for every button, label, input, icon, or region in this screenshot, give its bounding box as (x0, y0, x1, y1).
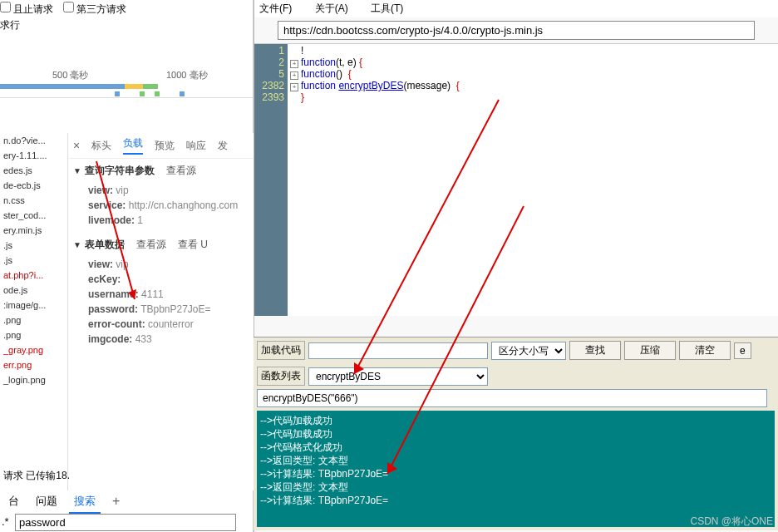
url-input[interactable] (278, 21, 755, 40)
payload-kv: ecKey: (73, 272, 249, 287)
tab-headers[interactable]: 标头 (91, 139, 111, 153)
view-source-link[interactable]: 查看源 (136, 238, 166, 252)
third-party-checkbox[interactable]: 第三方请求 (63, 3, 126, 15)
payload-kv: view: vip (73, 183, 249, 198)
tab-more[interactable]: 发 (218, 139, 228, 153)
payload-kv: error-count: counterror (73, 317, 249, 332)
menu-bar[interactable]: 文件(F) 关于(A) 工具(T) (254, 0, 778, 17)
block-request-checkbox[interactable]: 且止请求 (0, 3, 53, 15)
find-button[interactable]: 查找 (569, 341, 621, 360)
network-file-list[interactable]: n.do?vie...ery-1.11....edes.jsde-ecb.jsn… (0, 133, 66, 466)
menu-tools[interactable]: 工具(T) (371, 2, 413, 14)
expression-input[interactable] (257, 389, 767, 407)
payload-kv: view: vip (73, 257, 249, 272)
file-item[interactable]: .png (0, 313, 66, 328)
network-status: 请求 已传输18. (0, 467, 73, 485)
triangle-down-icon: ▼ (73, 166, 81, 175)
load-code-input[interactable] (308, 342, 488, 359)
e-button[interactable]: e (734, 342, 751, 359)
watermark: CSDN @将心ONE (690, 515, 773, 529)
file-item[interactable]: edes.js (0, 163, 66, 178)
clear-button[interactable]: 清空 (679, 341, 731, 360)
output-console[interactable]: -->代码加载成功-->代码加载成功-->代码格式化成功-->返回类型: 文本型… (257, 411, 775, 527)
search-input[interactable] (15, 514, 236, 531)
view-url-encoded-link[interactable]: 查看 U (178, 238, 208, 252)
file-item[interactable]: ode.js (0, 283, 66, 298)
file-item[interactable]: .js (0, 238, 66, 253)
tab-preview[interactable]: 预览 (155, 139, 175, 153)
tab-issues[interactable]: 问题 (31, 490, 62, 514)
tab-payload[interactable]: 负载 (123, 136, 143, 155)
menu-file[interactable]: 文件(F) (259, 2, 302, 14)
file-item[interactable]: ery-1.11.... (0, 148, 66, 163)
regex-prefix: .* (0, 514, 11, 530)
file-item[interactable]: ster_cod... (0, 208, 66, 223)
close-icon[interactable]: × (73, 139, 80, 152)
menu-about[interactable]: 关于(A) (315, 2, 358, 14)
tab-console[interactable]: 台 (3, 490, 24, 514)
case-select[interactable]: 区分大小写 (491, 342, 566, 360)
payload-kv: livemode: 1 (73, 213, 249, 228)
compress-button[interactable]: 压缩 (624, 341, 676, 360)
payload-kv: imgcode: 433 (73, 332, 249, 347)
file-item[interactable]: :image/g... (0, 298, 66, 313)
file-item[interactable]: _login.png (0, 372, 66, 387)
view-source-link[interactable]: 查看源 (166, 164, 196, 178)
file-item[interactable]: .png (0, 328, 66, 342)
form-data-section[interactable]: ▼ 表单数据 查看源 查看 U (73, 238, 249, 252)
func-list-select[interactable]: encryptByDES (308, 367, 488, 386)
network-timeline[interactable]: 500 毫秒 1000 毫秒 (0, 36, 253, 98)
tab-response[interactable]: 响应 (186, 139, 206, 153)
file-item[interactable]: .js (0, 253, 66, 268)
file-item[interactable]: n.do?vie... (0, 133, 66, 148)
payload-kv: username: 4111 (73, 287, 249, 302)
file-item[interactable]: at.php?i... (0, 268, 66, 283)
file-item[interactable]: ery.min.js (0, 223, 66, 238)
request-line-label: 求行 (0, 17, 253, 36)
func-list-label: 函数列表 (257, 367, 305, 386)
query-string-section[interactable]: ▼ 查询字符串参数 查看源 (73, 164, 249, 178)
payload-kv: service: http://cn.changhong.com (73, 198, 249, 213)
tab-search[interactable]: 搜索 (69, 490, 101, 514)
add-tab-icon[interactable]: + (107, 490, 125, 514)
file-item[interactable]: _gray.png (0, 342, 66, 357)
code-editor[interactable]: !+function(t, e) {+function() {+function… (288, 44, 778, 316)
triangle-down-icon: ▼ (73, 240, 81, 249)
load-code-button[interactable]: 加载代码 (257, 341, 305, 360)
payload-kv: password: TBpbnP27JoE= (73, 302, 249, 317)
file-item[interactable]: err.png (0, 357, 66, 372)
file-item[interactable]: n.css (0, 193, 66, 208)
file-item[interactable]: de-ecb.js (0, 178, 66, 193)
